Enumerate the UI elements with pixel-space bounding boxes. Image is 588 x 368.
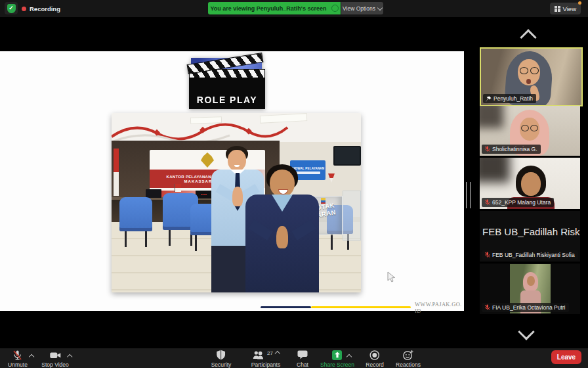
share-options-chevron-icon[interactable] [346,354,352,359]
woman-greeting-hands [276,226,288,248]
muted-mic-icon [484,199,490,206]
muted-mic-icon [12,350,23,361]
participant-name-label: Sholichatinnisa G. [482,145,541,154]
participants-icon [252,350,264,360]
pin-icon [486,96,492,102]
unmute-label: Unmute [8,361,28,368]
participant-glasses [521,125,538,130]
record-icon [369,350,381,361]
slide-title: ROLE PLAY [189,95,265,105]
flag-banner [114,149,119,196]
recording-dot-icon [22,7,26,11]
participant-tile-penyuluh-ratih[interactable]: Penyuluh_Ratih [480,47,583,106]
viewing-screen-text: You are viewing Penyuluh_Ratih's screen [210,5,326,12]
footer-url: WWW.PAJAK.GO. ID [415,302,463,314]
participants-count: 27 [267,350,273,356]
view-options-button[interactable]: View Options [341,2,383,14]
view-button[interactable]: View [550,3,581,14]
participants-label: Participants [251,361,280,368]
participant-face [521,172,541,196]
stop-video-button[interactable]: Stop Video [41,350,68,368]
participant-name-label: FIA UB_Erika Octaviona Putri [482,303,569,312]
scroll-up-chevron-icon[interactable] [520,29,536,45]
participant-name: Sholichatinnisa G. [492,146,537,152]
mouse-cursor [387,271,396,284]
participants-chevron-icon[interactable] [275,351,280,356]
chat-bubble-icon [297,350,308,360]
top-bar: ✓ Recording You are viewing Penyuluh_Rat… [0,0,588,17]
unmute-options-chevron-icon[interactable] [29,354,34,359]
footer-url-line2: ID [415,308,463,315]
footer-url-line1: WWW.PAJAK.GO. [415,302,463,308]
share-screen-label: Share Screen [320,361,354,368]
reactions-button[interactable]: Reactions [396,350,421,368]
video-camera-icon [49,350,61,360]
muted-mic-icon [484,146,490,152]
tv-screen [333,146,361,166]
chat-label: Chat [297,361,308,368]
shared-screen-slide: ROLE PLAY KANTOR PELAYANAN PAJAK PRATAMA… [0,51,464,311]
zoom-meeting-window: ✓ Recording You are viewing Penyuluh_Rat… [0,0,588,368]
glass-partition [343,191,361,241]
notification-dot [578,1,581,5]
share-screen-icon [332,350,342,360]
view-options-label: View Options [343,5,375,12]
leave-button[interactable]: Leave [551,350,581,364]
background-shadow [480,106,503,128]
clapperboard-image: ROLE PLAY [188,58,264,109]
woman-figure [240,164,324,292]
participant-tile-kpp-malang-utara[interactable]: 652_KPP Malang Utara [480,158,580,209]
participants-button[interactable]: 27 Participants [251,350,280,368]
share-screen-button[interactable]: Share Screen [320,350,354,368]
grid-view-icon [555,6,560,12]
scroll-down-chevron-icon[interactable] [518,323,534,340]
participant-display-name: FEB UB_Fadillah Riski... [480,226,580,237]
share-scrollbar[interactable] [466,182,471,208]
security-shield-icon [216,350,226,360]
participant-tile-fadillah[interactable]: FEB UB_Fadillah Riski... FEB UB_Fadillah… [480,211,580,262]
screen-indicator-icon [331,5,339,12]
participant-name-label: Penyuluh_Ratih [483,94,536,103]
participant-name-label: FEB UB_Fadillah Riskiyanti Sofia [482,250,578,260]
record-button[interactable]: Record [366,350,383,368]
recording-indicator: Recording [22,0,60,17]
reactions-smiley-icon [402,350,414,361]
participant-name-label: 652_KPP Malang Utara [482,198,554,207]
pennant-decoration [328,173,335,183]
small-indonesian-flag [175,184,181,192]
recording-label: Recording [30,5,60,12]
meeting-toolbar: Unmute Stop Video Security 27 Participan… [0,348,588,368]
participant-tile-erika[interactable]: FIA UB_Erika Octaviona Putri [480,264,580,314]
participant-name: FEB UB_Fadillah Riskiyanti Sofia [492,252,575,258]
clapperboard-body: ROLE PLAY [189,78,265,109]
video-options-chevron-icon[interactable] [67,354,72,359]
waiting-chair [119,197,152,231]
participant-name: 652_KPP Malang Utara [492,199,551,206]
reactions-label: Reactions [396,361,421,368]
participant-face [527,276,535,286]
participant-tile-sholichatinnisa[interactable]: Sholichatinnisa G. [480,106,580,156]
participant-mouth [526,79,531,84]
viewing-screen-banner: You are viewing Penyuluh_Ratih's screen [208,2,341,14]
stop-video-label: Stop Video [41,361,68,368]
unmute-button[interactable]: Unmute [8,350,28,368]
muted-mic-icon [484,252,490,258]
security-label: Security [211,361,232,368]
counter-monitor [146,189,161,198]
participant-glasses [519,67,539,74]
office-photo: KANTOR PELAYANAN PAJAK PRATAMA MAKASSAR … [112,113,361,292]
participant-name: FIA UB_Erika Octaviona Putri [492,304,566,311]
footer-line-yellow [311,306,411,308]
security-button[interactable]: Security [211,350,232,368]
view-label: View [563,5,576,12]
encryption-button[interactable]: ✓ [5,2,18,14]
chevron-down-icon [377,5,383,10]
chat-button[interactable]: Chat [297,350,308,368]
record-label: Record [366,361,383,368]
shield-check-icon: ✓ [7,4,16,13]
background-shadow [480,158,510,183]
footer-line-navy [261,306,311,308]
participant-name: Penyuluh_Ratih [494,95,533,102]
muted-mic-icon [484,304,490,311]
